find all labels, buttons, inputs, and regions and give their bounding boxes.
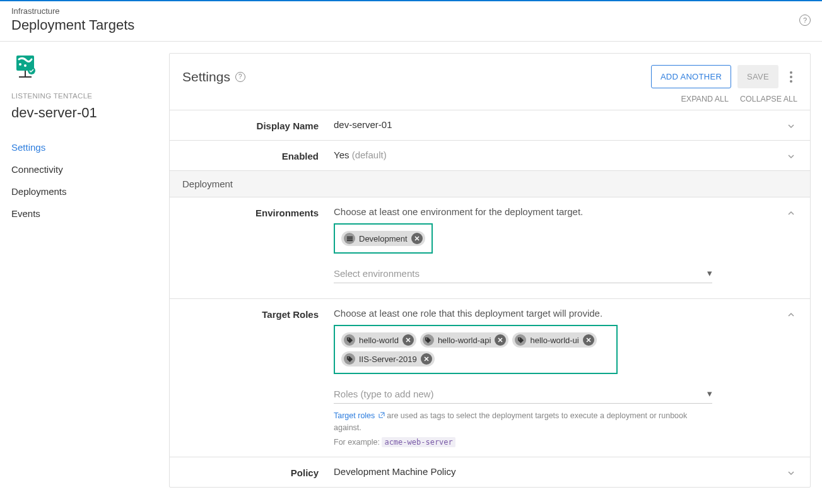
environments-row: Environments Choose at least one environ… [170, 197, 810, 298]
remove-chip-icon[interactable] [421, 353, 432, 365]
svg-rect-7 [346, 238, 352, 239]
chevron-up-icon [785, 206, 797, 218]
enabled-row[interactable]: Enabled Yes (default) [170, 140, 810, 170]
breadcrumb[interactable]: Infrastructure [11, 6, 134, 16]
target-roles-link[interactable]: Target roles [334, 411, 385, 420]
panel-title: Settings ? [182, 69, 245, 85]
remove-chip-icon[interactable] [402, 334, 414, 346]
roles-row: Target Roles Choose at least one role th… [170, 298, 810, 457]
roles-input[interactable] [334, 389, 707, 399]
env-chip: Development [341, 231, 425, 246]
help-icon[interactable]: ? [799, 15, 811, 26]
roles-tags: hello-worldhello-world-apihello-world-ui… [334, 325, 618, 374]
svg-point-12 [348, 357, 349, 358]
environments-select[interactable]: ▾ [334, 264, 712, 283]
page-title: Deployment Targets [11, 17, 134, 33]
svg-rect-8 [346, 240, 352, 241]
env-icon [344, 233, 355, 244]
display-name-row[interactable]: Display Name dev-server-01 [170, 110, 810, 140]
roles-helper: Target roles are used as tags to select … [334, 410, 712, 434]
settings-panel: Settings ? ADD ANOTHER SAVE EXPAND ALL C… [169, 53, 811, 488]
policy-row[interactable]: Policy Development Machine Policy [170, 457, 810, 487]
collapse-all[interactable]: COLLAPSE ALL [740, 95, 797, 103]
caret-down-icon: ▾ [707, 267, 712, 279]
expand-all[interactable]: EXPAND ALL [681, 95, 729, 103]
environments-tags: Development [334, 223, 433, 254]
tag-icon [344, 334, 355, 346]
tag-icon [344, 353, 355, 365]
add-another-button[interactable]: ADD ANOTHER [651, 65, 731, 88]
roles-example: For example: acme-web-server [334, 437, 712, 448]
tentacle-icon [11, 53, 39, 81]
settings-help-icon[interactable]: ? [235, 72, 245, 82]
svg-point-9 [348, 338, 349, 339]
svg-rect-6 [346, 236, 352, 237]
nav-settings[interactable]: Settings [11, 136, 158, 158]
svg-point-11 [519, 338, 520, 339]
nav-connectivity[interactable]: Connectivity [11, 158, 158, 180]
tag-icon [515, 334, 526, 346]
chevron-down-icon [785, 149, 797, 161]
nav-events[interactable]: Events [11, 202, 158, 225]
page-header: Infrastructure Deployment Targets ? [0, 1, 822, 42]
sidebar-type: LISTENING TENTACLE [11, 92, 158, 100]
svg-point-10 [426, 338, 428, 339]
save-button[interactable]: SAVE [737, 65, 778, 88]
chevron-down-icon [785, 466, 797, 478]
chevron-up-icon [785, 308, 797, 319]
nav-deployments[interactable]: Deployments [11, 180, 158, 202]
role-chip: IIS-Server-2019 [341, 351, 435, 366]
deployment-section: Deployment [170, 170, 810, 197]
svg-point-1 [19, 63, 21, 66]
remove-chip-icon[interactable] [411, 233, 423, 244]
remove-chip-icon[interactable] [495, 334, 506, 346]
remove-chip-icon[interactable] [583, 334, 594, 346]
sidebar-name: dev-server-01 [11, 105, 158, 121]
role-chip: hello-world-ui [512, 332, 596, 348]
tag-icon [423, 334, 434, 346]
overflow-menu[interactable] [785, 67, 797, 86]
environments-input[interactable] [334, 268, 707, 279]
chevron-down-icon [785, 119, 797, 131]
sidebar: LISTENING TENTACLE dev-server-01 Setting… [0, 42, 169, 499]
roles-select[interactable]: ▾ [334, 384, 712, 404]
svg-point-2 [24, 64, 26, 67]
role-chip: hello-world [341, 332, 416, 348]
role-chip: hello-world-api [420, 332, 509, 348]
caret-down-icon: ▾ [707, 388, 712, 399]
